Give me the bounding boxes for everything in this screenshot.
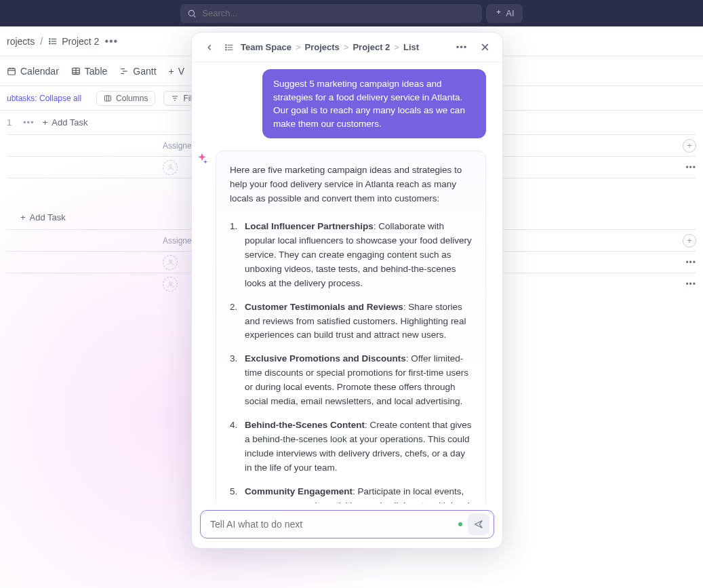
breadcrumb-project[interactable]: Project 2 (48, 36, 99, 47)
svg-point-27 (169, 281, 172, 284)
svg-line-1 (194, 15, 196, 17)
row-options[interactable]: ••• (685, 163, 696, 172)
person-icon (167, 281, 174, 288)
ai-list: Local Influencer Partnerships: Collabora… (230, 220, 472, 503)
ai-text-field[interactable] (210, 519, 453, 530)
send-button[interactable] (468, 513, 489, 535)
top-bar: AI (0, 0, 703, 26)
ai-label: AI (506, 8, 514, 18)
ai-panel-header: Team Space> Projects> Project 2> List ••… (192, 33, 502, 62)
breadcrumb-more[interactable]: ••• (104, 35, 118, 47)
add-column[interactable]: + (683, 139, 696, 153)
ai-response: Here are five marketing campaign ideas a… (216, 151, 486, 503)
ai-list-item: Local Influencer Partnerships: Collabora… (230, 220, 472, 291)
view-add[interactable]: + V (169, 66, 185, 77)
ai-avatar-icon (195, 152, 209, 165)
view-calendar[interactable]: Calendar (7, 66, 59, 77)
panel-more[interactable]: ••• (454, 39, 470, 56)
svg-point-26 (169, 260, 172, 262)
svg-rect-19 (105, 96, 111, 101)
back-button[interactable] (201, 39, 218, 56)
assignee-placeholder[interactable] (163, 277, 178, 292)
subtasks-toggle[interactable]: ubtasks: Collapse all (7, 92, 88, 105)
svg-point-31 (226, 44, 226, 45)
ai-breadcrumb[interactable]: Team Space> Projects> Project 2> List (241, 42, 419, 52)
more-icon: ••• (456, 42, 468, 52)
person-icon (167, 163, 174, 171)
breadcrumb-sep: / (40, 36, 43, 47)
gantt-icon (119, 66, 129, 76)
assignee-placeholder[interactable] (163, 160, 178, 175)
columns-icon (104, 94, 112, 102)
svg-point-33 (226, 49, 226, 50)
ai-list-item: Customer Testimonials and Reviews: Share… (230, 300, 472, 343)
assignee-placeholder[interactable] (163, 255, 178, 270)
svg-point-5 (49, 38, 50, 39)
status-dot (458, 522, 462, 526)
add-column[interactable]: + (683, 234, 696, 248)
ai-panel: Team Space> Projects> Project 2> List ••… (191, 32, 503, 549)
person-icon (167, 258, 174, 266)
svg-rect-8 (8, 68, 16, 74)
close-button[interactable] (477, 39, 493, 56)
plus-icon: + (20, 212, 26, 222)
table-icon (71, 66, 81, 76)
calendar-icon (7, 66, 16, 76)
search-input[interactable] (202, 8, 475, 18)
global-search[interactable] (180, 4, 482, 23)
ai-list-item: Exclusive Promotions and Discounts: Offe… (230, 352, 472, 409)
send-icon (473, 519, 484, 530)
chevron-left-icon (205, 43, 214, 52)
ai-input[interactable] (200, 510, 494, 538)
row-number: 1 (7, 117, 15, 128)
row-options[interactable]: ••• (685, 279, 696, 289)
ai-conversation[interactable]: Suggest 5 marketing campaign ideas and s… (192, 62, 502, 503)
ai-intro: Here are five marketing campaign ideas a… (230, 163, 472, 206)
svg-point-0 (189, 10, 195, 16)
ai-list-item: Community Engagement: Participate in loc… (230, 485, 472, 503)
user-message: Suggest 5 marketing campaign ideas and s… (262, 69, 486, 138)
view-table[interactable]: Table (71, 66, 107, 77)
svg-point-32 (226, 47, 226, 47)
ai-button[interactable]: AI (486, 4, 522, 23)
row-more[interactable]: ••• (23, 117, 35, 128)
svg-point-6 (49, 41, 50, 41)
plus-icon: + (43, 117, 48, 128)
ai-list-item: Behind-the-Scenes Content: Create conten… (230, 418, 472, 475)
list-icon (48, 37, 58, 46)
close-icon (480, 42, 490, 52)
svg-point-25 (169, 165, 172, 168)
ai-input-row (192, 503, 502, 548)
columns-btn[interactable]: Columns (96, 91, 155, 106)
sparkle-icon (494, 9, 503, 18)
filter-icon (171, 94, 179, 102)
svg-point-7 (49, 43, 50, 43)
breadcrumb-projects[interactable]: rojects (7, 36, 35, 47)
list-icon (224, 43, 234, 52)
view-gantt[interactable]: Gantt (119, 66, 156, 77)
row-options[interactable]: ••• (685, 258, 696, 267)
plus-icon: + (169, 66, 174, 77)
add-task-inline[interactable]: + Add Task (43, 117, 88, 128)
search-icon (187, 9, 197, 18)
